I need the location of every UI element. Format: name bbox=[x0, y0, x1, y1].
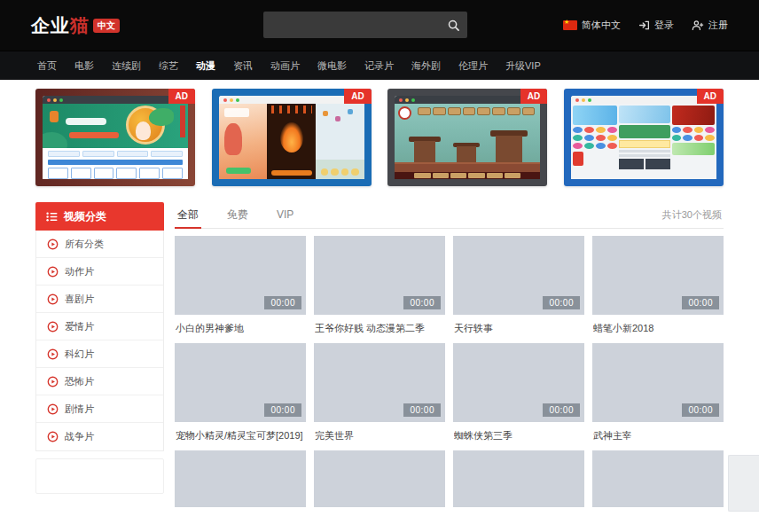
ad2-screens bbox=[219, 104, 364, 179]
play-circle-icon bbox=[47, 403, 59, 415]
nav-item-label: 动画片 bbox=[270, 59, 300, 73]
search-input[interactable] bbox=[263, 12, 439, 38]
login-icon bbox=[638, 20, 650, 31]
ad-banner-3-preview bbox=[395, 96, 540, 179]
ad1-page-body bbox=[43, 148, 188, 179]
language-label: 简体中文 bbox=[582, 19, 621, 32]
ad-banner-4[interactable]: AD bbox=[564, 89, 724, 186]
tab[interactable]: VIP bbox=[274, 202, 296, 229]
tab[interactable]: 免费 bbox=[224, 202, 251, 229]
video-card[interactable]: 00:00 蜡笔小新2018 bbox=[592, 236, 724, 343]
video-thumbnail[interactable]: 00:00 bbox=[314, 236, 445, 315]
sidebar-list: 所有分类 动作片 喜剧片 爱情片 科幻片 恐怖片 bbox=[35, 231, 164, 451]
sidebar-item[interactable]: 所有分类 bbox=[36, 231, 163, 258]
sidebar-item[interactable]: 恐怖片 bbox=[36, 368, 163, 395]
video-card[interactable]: 00:00 蜘蛛侠第三季 bbox=[453, 343, 584, 450]
video-card[interactable]: 00:00 王爷你好贱 动态漫第二季 bbox=[314, 236, 445, 343]
logo-language-badge: 中文 bbox=[93, 19, 120, 33]
video-card[interactable]: 00:00 武神主宰 bbox=[592, 343, 724, 450]
tab-label: 免费 bbox=[227, 207, 248, 223]
ad-badge: AD bbox=[168, 89, 195, 104]
ad-badge: AD bbox=[520, 89, 547, 104]
nav-item[interactable]: 伦理片 bbox=[450, 51, 497, 80]
nav-item[interactable]: 综艺 bbox=[150, 51, 187, 80]
tab[interactable]: 全部 bbox=[175, 202, 201, 229]
nav-item-label: 记录片 bbox=[364, 59, 394, 73]
ad-banner-3[interactable]: AD bbox=[387, 89, 547, 186]
main-nav: 首页 电影 连续剧 综艺 动漫 资讯 动画片 微电影 记录片 海外剧 伦理片 升… bbox=[0, 51, 759, 80]
nav-item[interactable]: 升级VIP bbox=[497, 51, 550, 80]
video-title[interactable]: 宠物小精灵/精灵宝可梦[2019] bbox=[176, 429, 305, 442]
sidebar-item-label: 科幻片 bbox=[65, 348, 94, 361]
sidebar-item-label: 战争片 bbox=[65, 430, 94, 443]
ad-banner-2-preview bbox=[219, 96, 364, 179]
browser-bar bbox=[571, 96, 716, 104]
nav-item[interactable]: 首页 bbox=[28, 51, 66, 80]
register-link[interactable]: 注册 bbox=[692, 19, 728, 32]
sidebar-item[interactable]: 喜剧片 bbox=[36, 286, 163, 313]
play-circle-icon bbox=[47, 266, 59, 278]
floating-widget[interactable] bbox=[728, 455, 759, 512]
sidebar-item-label: 爱情片 bbox=[65, 320, 94, 333]
video-thumbnail[interactable]: 00:00 bbox=[592, 236, 724, 315]
video-thumbnail[interactable]: 00:00 bbox=[175, 343, 306, 422]
header: 企业 猫 中文 ★ 简体中文 登录 bbox=[0, 0, 759, 51]
nav-item[interactable]: 连续剧 bbox=[103, 51, 150, 80]
ad4-portal-page bbox=[571, 104, 716, 179]
nav-item[interactable]: 微电影 bbox=[309, 51, 356, 80]
video-title[interactable]: 蜡笔小新2018 bbox=[593, 322, 723, 334]
sidebar-item-label: 喜剧片 bbox=[65, 293, 94, 306]
video-title[interactable]: 天行轶事 bbox=[454, 322, 583, 334]
sidebar: 视频分类 所有分类 动作片 喜剧片 爱情片 科幻片 bbox=[35, 202, 164, 494]
video-title[interactable]: 武神主宰 bbox=[593, 429, 723, 442]
browser-bar bbox=[219, 96, 364, 104]
video-thumbnail[interactable]: 00:00 bbox=[453, 236, 584, 315]
china-flag-icon: ★ bbox=[563, 20, 577, 30]
duration-badge: 00:00 bbox=[264, 403, 301, 417]
login-link[interactable]: 登录 bbox=[638, 19, 674, 32]
video-card[interactable]: 00:00 完美世界 bbox=[314, 343, 445, 450]
video-card[interactable]: 00:00 宠物小精灵/精灵宝可梦[2019] bbox=[175, 343, 306, 450]
logo-text-primary: 企业 bbox=[31, 13, 70, 38]
sidebar-item[interactable]: 战争片 bbox=[36, 423, 163, 450]
video-grid: 00:00 小白的男神爹地 00:00 王爷你好贱 动态漫第二季 00:00 天… bbox=[175, 236, 724, 532]
video-thumbnail[interactable]: 00:00 bbox=[314, 343, 445, 422]
video-title[interactable]: 王爷你好贱 动态漫第二季 bbox=[315, 322, 444, 334]
play-circle-icon bbox=[47, 376, 59, 387]
video-card[interactable]: 00:00 天行轶事 bbox=[453, 236, 584, 343]
language-switch[interactable]: ★ 简体中文 bbox=[563, 19, 621, 32]
nav-list: 首页 电影 连续剧 综艺 动漫 资讯 动画片 微电影 记录片 海外剧 伦理片 升… bbox=[28, 51, 550, 80]
sidebar-item[interactable]: 动作片 bbox=[36, 258, 163, 286]
duration-badge: 00:00 bbox=[682, 403, 719, 417]
video-thumbnail[interactable]: 00:00 bbox=[592, 343, 724, 422]
nav-item[interactable]: 海外剧 bbox=[403, 51, 450, 80]
site-logo[interactable]: 企业 猫 中文 bbox=[31, 13, 120, 38]
ad-badge: AD bbox=[344, 89, 371, 104]
nav-item[interactable]: 电影 bbox=[66, 51, 103, 80]
nav-item-label: 伦理片 bbox=[458, 59, 488, 73]
sidebar-item[interactable]: 剧情片 bbox=[36, 395, 163, 423]
video-card[interactable]: 00:00 小白的男神爹地 bbox=[175, 236, 306, 343]
video-thumbnail[interactable]: 00:00 bbox=[175, 236, 306, 315]
video-title[interactable]: 小白的男神爹地 bbox=[176, 322, 305, 334]
duration-badge: 00:00 bbox=[682, 296, 719, 309]
nav-item-label: 海外剧 bbox=[411, 59, 441, 73]
sidebar-title: 视频分类 bbox=[64, 209, 106, 224]
category-list-icon bbox=[46, 211, 58, 223]
nav-item[interactable]: 动漫 bbox=[187, 51, 224, 80]
nav-item[interactable]: 资讯 bbox=[224, 51, 262, 80]
nav-item-label: 电影 bbox=[74, 59, 94, 73]
ad-banner-1[interactable]: AD bbox=[35, 89, 195, 186]
search-button[interactable] bbox=[439, 12, 467, 38]
play-circle-icon bbox=[47, 239, 59, 250]
video-thumbnail[interactable]: 00:00 bbox=[453, 343, 584, 422]
ad-banner-2[interactable]: AD bbox=[212, 89, 372, 186]
nav-item-label: 综艺 bbox=[159, 59, 178, 73]
tab-label: VIP bbox=[277, 208, 293, 221]
video-title[interactable]: 完美世界 bbox=[315, 429, 444, 442]
nav-item[interactable]: 记录片 bbox=[356, 51, 403, 80]
nav-item[interactable]: 动画片 bbox=[262, 51, 309, 80]
video-title[interactable]: 蜘蛛侠第三季 bbox=[454, 429, 583, 442]
sidebar-item[interactable]: 爱情片 bbox=[36, 313, 163, 340]
sidebar-item[interactable]: 科幻片 bbox=[36, 340, 163, 368]
